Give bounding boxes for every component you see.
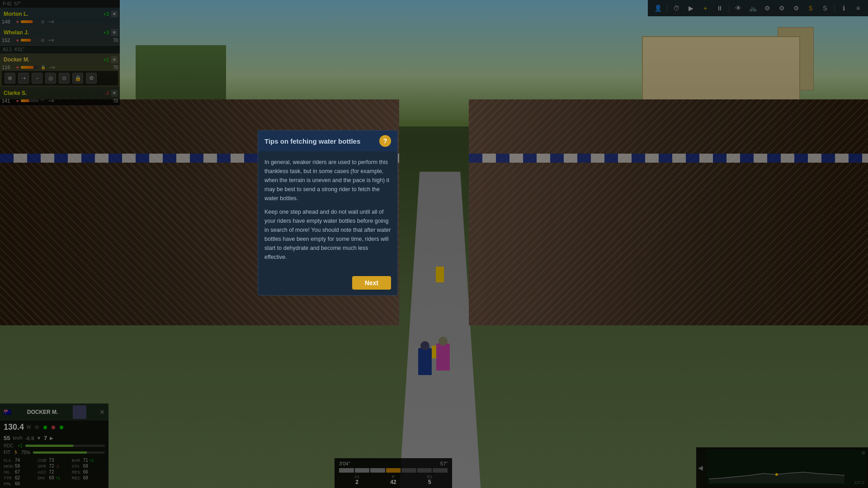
tip-modal: Tips on fetching water bottles ? In gene…	[258, 130, 398, 296]
modal-title: Tips on fetching water bottles	[264, 137, 360, 145]
modal-paragraph-1: In general, weaker riders are used to pe…	[264, 158, 391, 203]
modal-paragraph-2: Keep one step ahead and do not wait unti…	[264, 207, 391, 262]
modal-body: In general, weaker riders are used to pe…	[258, 151, 397, 272]
next-button[interactable]: Next	[352, 276, 391, 290]
modal-header: Tips on fetching water bottles ?	[258, 131, 397, 151]
modal-footer: Next	[258, 272, 397, 295]
modal-overlay: Tips on fetching water bottles ? In gene…	[0, 0, 868, 488]
modal-help-button[interactable]: ?	[379, 135, 391, 147]
